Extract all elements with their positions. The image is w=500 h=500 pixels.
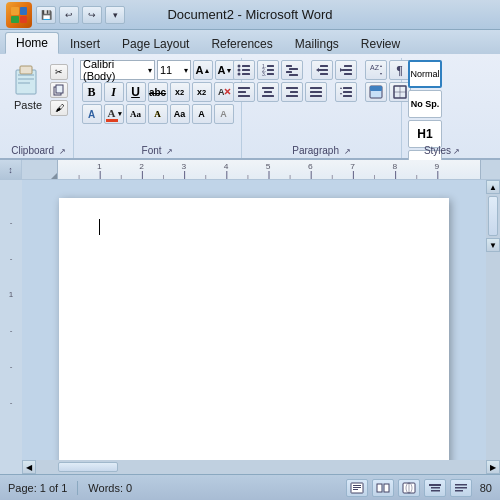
ruler-num-6: - (10, 384, 13, 420)
superscript-button[interactable]: x2 (192, 82, 212, 102)
svg-rect-43 (238, 95, 250, 97)
svg-rect-50 (310, 87, 322, 89)
svg-text:3.: 3. (262, 71, 266, 77)
tab-home[interactable]: Home (5, 32, 59, 54)
svg-rect-55 (343, 95, 352, 97)
paragraph-expand-icon[interactable]: ↗ (344, 147, 351, 156)
paste-button[interactable]: Paste (10, 60, 46, 113)
italic-button[interactable]: I (104, 82, 124, 102)
scroll-thumb[interactable] (488, 196, 498, 236)
tab-insert[interactable]: Insert (59, 33, 111, 54)
horizontal-track (36, 460, 486, 474)
text-highlight-color-button[interactable]: A (148, 104, 168, 124)
strikethrough-button[interactable]: abc (148, 82, 168, 102)
svg-text:4: 4 (224, 162, 229, 171)
horizontal-scroll-thumb[interactable] (58, 462, 118, 472)
shading-button[interactable] (365, 82, 387, 102)
subscript-button[interactable]: x2 (170, 82, 190, 102)
underline-button[interactable]: U (126, 82, 146, 102)
multilevel-list-button[interactable] (281, 60, 303, 80)
tab-references[interactable]: References (200, 33, 283, 54)
align-center-button[interactable] (257, 82, 279, 102)
highlight-button[interactable]: Aa (126, 104, 146, 124)
font-name-arrow: ▾ (148, 66, 152, 75)
font-color-button[interactable]: A ▾ (104, 104, 124, 124)
format-painter-button[interactable]: 🖌 (50, 100, 68, 116)
view-draft-button[interactable] (450, 479, 472, 497)
numbering-button[interactable]: 1. 2. 3. (257, 60, 279, 80)
tab-review[interactable]: Review (350, 33, 411, 54)
decrease-indent-button[interactable] (311, 60, 333, 80)
svg-rect-54 (343, 91, 352, 93)
ruler-track[interactable]: 1 2 3 4 5 (22, 160, 500, 179)
styles-expand-icon[interactable]: ↗ (453, 147, 460, 156)
view-web-button[interactable] (398, 479, 420, 497)
svg-rect-8 (18, 82, 30, 84)
view-fullscreen-button[interactable] (372, 479, 394, 497)
save-button[interactable]: 💾 (36, 6, 56, 24)
scroll-down-button[interactable]: ▼ (486, 238, 500, 252)
svg-marker-57 (340, 93, 342, 95)
clipboard-section: Paste ✂ 🖌 Clipboard ↗ (4, 58, 74, 158)
ruler-corner[interactable]: ↕ (0, 160, 22, 180)
scroll-left-button[interactable]: ◀ (22, 460, 36, 474)
view-outline-button[interactable] (424, 479, 446, 497)
font-a-button[interactable]: A (214, 104, 234, 124)
copy-button[interactable] (50, 82, 68, 98)
svg-rect-28 (286, 71, 292, 73)
word-count: Words: 0 (88, 482, 132, 494)
justify-button[interactable] (305, 82, 327, 102)
style-no-spacing[interactable]: No Sp. (408, 90, 442, 118)
font-format-row: B I U abc x2 x2 A (82, 82, 234, 102)
svg-rect-36 (344, 73, 352, 75)
document-content[interactable] (22, 180, 486, 460)
title-bar: 💾 ↩ ↪ ▾ Document2 - Microsoft Word (0, 0, 500, 30)
vertical-scrollbar[interactable]: ▲ ▼ (486, 180, 500, 460)
app-window: 💾 ↩ ↪ ▾ Document2 - Microsoft Word Home … (0, 0, 500, 500)
svg-rect-51 (310, 91, 322, 93)
style-heading1[interactable]: H1 (408, 120, 442, 148)
quick-access-toolbar: 💾 ↩ ↪ ▾ (36, 6, 125, 24)
bullets-button[interactable] (233, 60, 255, 80)
ruler-num-3: 1 (9, 276, 13, 312)
svg-rect-3 (20, 16, 27, 23)
scroll-up-button[interactable]: ▲ (486, 180, 500, 194)
svg-rect-35 (342, 69, 352, 71)
horizontal-scrollbar[interactable]: ◀ ▶ (22, 460, 500, 474)
font-size-arrow: ▾ (184, 66, 188, 75)
font-name-dropdown[interactable]: Calibri (Body) ▾ (80, 60, 155, 80)
view-print-button[interactable] (346, 479, 368, 497)
customize-quick-access-button[interactable]: ▾ (105, 6, 125, 24)
font-size-dropdown[interactable]: 11 ▾ (157, 60, 191, 80)
font-case2-button[interactable]: A (192, 104, 212, 124)
clipboard-label: Clipboard ↗ (4, 145, 73, 156)
document-scroll-area: ▲ ▼ (22, 180, 500, 460)
sort-button[interactable]: AZ (365, 60, 387, 80)
text-cursor (99, 219, 100, 235)
line-spacing-button[interactable] (335, 82, 357, 102)
ruler-num-4: - (10, 312, 13, 348)
document-page[interactable] (59, 198, 449, 460)
clipboard-expand-icon[interactable]: ↗ (59, 147, 66, 156)
align-right-button[interactable] (281, 82, 303, 102)
svg-rect-26 (286, 65, 292, 67)
cut-button[interactable]: ✂ (50, 64, 68, 80)
scroll-right-button[interactable]: ▶ (486, 460, 500, 474)
font-expand-icon[interactable]: ↗ (166, 147, 173, 156)
increase-indent-button[interactable] (335, 60, 357, 80)
svg-rect-15 (242, 65, 250, 67)
text-effects-button[interactable]: A (82, 104, 102, 124)
style-normal[interactable]: Normal (408, 60, 442, 88)
bold-button[interactable]: B (82, 82, 102, 102)
svg-rect-93 (353, 489, 358, 490)
tab-page-layout[interactable]: Page Layout (111, 33, 200, 54)
tab-mailings[interactable]: Mailings (284, 33, 350, 54)
align-left-button[interactable] (233, 82, 255, 102)
svg-rect-49 (286, 95, 298, 97)
clear-format-button[interactable]: A (214, 82, 234, 102)
svg-rect-103 (455, 487, 467, 489)
redo-button[interactable]: ↪ (82, 6, 102, 24)
font-grow-button[interactable]: A▲ (193, 60, 213, 80)
undo-button[interactable]: ↩ (59, 6, 79, 24)
font-case-button[interactable]: Aa (170, 104, 190, 124)
